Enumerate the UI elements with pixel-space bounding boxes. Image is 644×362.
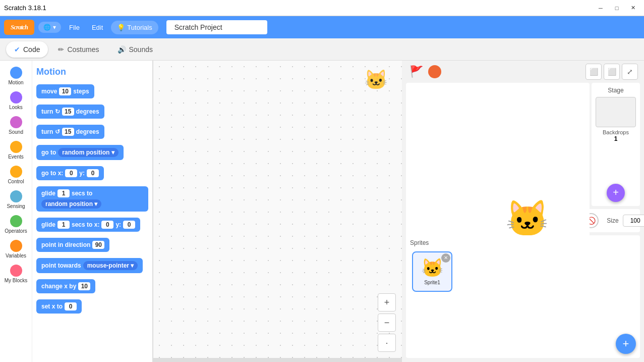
tab-code[interactable]: ✔ Code — [6, 41, 48, 58]
code-tab-icon: ✔ — [14, 45, 20, 54]
menubar: Scratch 🌐 ▾ File Edit 💡 Tutorials — [0, 16, 644, 38]
block-row-goto-xy: go to x: 0 y: 0 — [36, 166, 148, 183]
chevron-down-icon: ▾ — [53, 24, 56, 31]
variables-label: Variables — [6, 253, 26, 258]
events-label: Events — [8, 154, 24, 160]
stage-small-button[interactable]: ⬜ — [586, 64, 602, 80]
stage-panel: Stage Backdrops 1 + — [592, 83, 640, 206]
block-row-point-dir: point in direction 90 — [36, 238, 148, 255]
workspace-sprite-preview: 🐱 — [364, 69, 388, 91]
file-menu[interactable]: File — [65, 22, 84, 33]
titlebar: Scratch 3.18.1 ─ □ ✕ — [0, 0, 644, 16]
block-point-towards[interactable]: point towards mouse-pointer ▾ — [36, 258, 143, 273]
block-glide1[interactable]: glide 1 secs to random position ▾ — [36, 186, 148, 212]
project-title-input[interactable] — [166, 20, 267, 34]
towards-dropdown[interactable]: mouse-pointer ▾ — [83, 261, 138, 270]
goto-dropdown[interactable]: random position ▾ — [58, 148, 118, 157]
control-label: Control — [8, 179, 24, 184]
green-flag-button[interactable]: 🚩 — [408, 64, 424, 80]
backdrops-count: 1 — [614, 135, 618, 142]
block-row-glide2: glide 1 secs to x: 0 y: 0 — [36, 218, 148, 235]
categories-sidebar: Motion Looks Sound Events Control Sensin… — [0, 61, 32, 362]
edit-menu[interactable]: Edit — [88, 22, 107, 33]
tab-sounds[interactable]: 🔊 Sounds — [109, 41, 161, 58]
sounds-tab-label: Sounds — [129, 45, 153, 54]
lightbulb-icon: 💡 — [117, 24, 125, 31]
right-panel: 🚩 ⬜ ⬜ ⤢ 🐱 Stage Backdrops 1 + — [402, 61, 644, 362]
sprites-area: Sprites ✕ 🐱 Sprite1 + — [406, 235, 640, 358]
sidebar-item-sensing[interactable]: Sensing — [0, 188, 32, 211]
close-button[interactable]: ✕ — [626, 3, 640, 13]
block-row-move: move 10 steps — [36, 84, 148, 101]
block-move[interactable]: move 10 steps — [36, 84, 94, 98]
sound-label: Sound — [9, 129, 23, 135]
sensing-label: Sensing — [7, 203, 25, 209]
center-view-button[interactable]: · — [378, 334, 396, 352]
add-sprite-button[interactable]: + — [616, 334, 636, 354]
block-row-turn-ccw: turn ↺ 15 degrees — [36, 125, 148, 142]
stage-large-button[interactable]: ⬜ — [604, 64, 620, 80]
backdrops-label: Backdrops — [603, 129, 629, 135]
language-button[interactable]: 🌐 ▾ — [38, 22, 61, 33]
sprites-list: Sprites ✕ 🐱 Sprite1 + — [406, 235, 640, 358]
sidebar-item-sound[interactable]: Sound — [0, 114, 32, 137]
motion-label: Motion — [8, 80, 23, 85]
block-row-goto: go to random position ▾ — [36, 145, 148, 163]
sprites-list-title: Sprites — [410, 239, 636, 246]
block-goto[interactable]: go to random position ▾ — [36, 145, 124, 160]
code-tab-label: Code — [23, 45, 40, 54]
workspace[interactable]: 🐱 + − · — [153, 61, 402, 362]
block-row-glide1: glide 1 secs to random position ▾ — [36, 186, 148, 215]
sidebar-item-events[interactable]: Events — [0, 139, 32, 162]
block-glide2[interactable]: glide 1 secs to x: 0 y: 0 — [36, 218, 140, 232]
stage-top-bar: 🚩 ⬜ ⬜ ⤢ — [402, 61, 644, 83]
stage-sprite-cat: 🐱 — [505, 198, 549, 239]
sounds-tab-icon: 🔊 — [118, 45, 126, 54]
sidebar-item-motion[interactable]: Motion — [0, 65, 32, 87]
stage-layout-controls: ⬜ ⬜ ⤢ — [586, 64, 638, 80]
minimize-button[interactable]: ─ — [594, 3, 608, 13]
zoom-out-button[interactable]: − — [378, 314, 396, 332]
block-turn-cw[interactable]: turn ↻ 15 degrees — [36, 105, 104, 119]
stop-button[interactable] — [428, 65, 441, 78]
block-row-set-x: set x to 0 — [36, 299, 148, 317]
stage-thumbnail — [596, 97, 636, 127]
block-goto-xy[interactable]: go to x: 0 y: 0 — [36, 166, 104, 180]
operators-label: Operators — [5, 228, 27, 234]
sidebar-item-operators[interactable]: Operators — [0, 213, 32, 236]
globe-icon: 🌐 — [43, 24, 51, 31]
tabbar: ✔ Code ✏ Costumes 🔊 Sounds — [0, 38, 644, 61]
scratch-logo: Scratch — [4, 20, 34, 35]
stage-fullscreen-button[interactable]: ⤢ — [622, 64, 638, 80]
block-change-x[interactable]: change x by 10 — [36, 279, 95, 293]
sidebar-item-control[interactable]: Control — [0, 164, 32, 186]
window-controls: ─ □ ✕ — [594, 3, 640, 13]
app-title: Scratch 3.18.1 — [4, 4, 46, 12]
tutorials-label: Tutorials — [127, 24, 152, 31]
sprite-item-sprite1[interactable]: ✕ 🐱 Sprite1 — [412, 251, 452, 292]
sidebar-item-variables[interactable]: Variables — [0, 238, 32, 261]
size-input[interactable] — [623, 215, 644, 227]
block-set-x[interactable]: set x to 0 — [36, 299, 82, 314]
tab-costumes[interactable]: ✏ Costumes — [50, 41, 107, 58]
zoom-in-button[interactable]: + — [378, 293, 396, 312]
block-point-direction[interactable]: point in direction 90 — [36, 238, 109, 252]
blocks-panel: Motion move 10 steps turn ↻ 15 degrees t… — [32, 61, 153, 362]
block-row-point-towards: point towards mouse-pointer ▾ — [36, 258, 148, 276]
delete-sprite-button[interactable]: ✕ — [441, 253, 450, 263]
size-label: Size — [607, 217, 618, 224]
block-turn-ccw[interactable]: turn ↺ 15 degrees — [36, 125, 104, 139]
sprite-cat-icon: 🐱 — [421, 257, 444, 279]
tutorials-button[interactable]: 💡 Tutorials — [111, 21, 158, 34]
workspace-scrollbar[interactable] — [153, 358, 402, 362]
sidebar-item-myblocks[interactable]: My Blocks — [0, 263, 32, 285]
looks-label: Looks — [9, 105, 23, 110]
stage-label: Stage — [608, 87, 623, 94]
sidebar-item-looks[interactable]: Looks — [0, 89, 32, 112]
block-row-change-x: change x by 10 — [36, 279, 148, 296]
add-backdrop-button[interactable]: + — [607, 184, 625, 202]
myblocks-label: My Blocks — [5, 278, 28, 283]
glide1-dropdown[interactable]: random position ▾ — [41, 199, 101, 209]
main-area: Motion Looks Sound Events Control Sensin… — [0, 61, 644, 362]
maximize-button[interactable]: □ — [610, 3, 624, 13]
